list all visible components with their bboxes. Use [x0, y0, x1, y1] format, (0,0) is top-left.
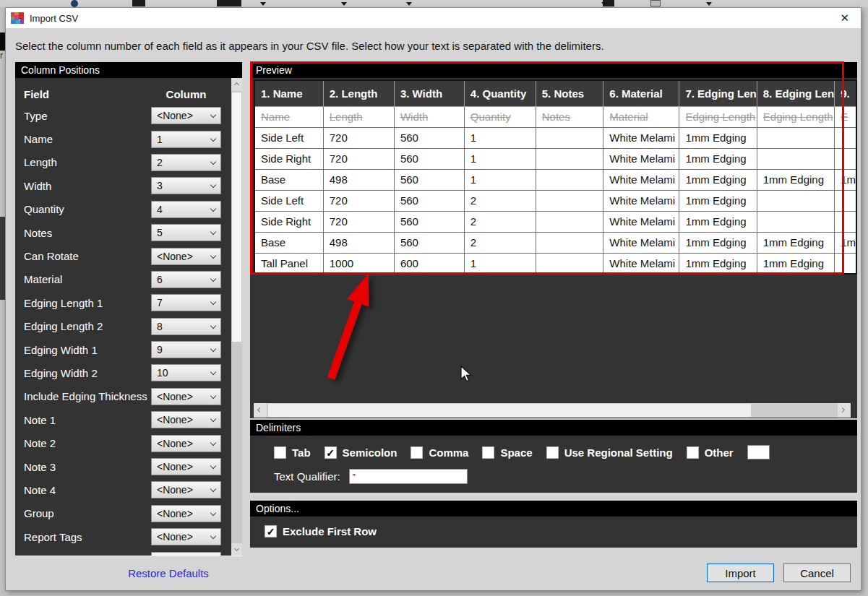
delimiter-option-space[interactable]: Space — [482, 446, 532, 459]
chevron-down-icon — [210, 112, 216, 118]
column-dropdown[interactable]: 2 — [151, 154, 221, 171]
dropdown-arrow-icon — [406, 2, 412, 6]
field-label: Edging Length 1 — [24, 297, 151, 309]
delimiter-option-semicolon[interactable]: ✓Semicolon — [325, 446, 398, 459]
preview-column-header: 6. Material — [603, 80, 679, 106]
column-dropdown[interactable]: <None> — [151, 388, 221, 405]
preview-cell: 720 — [323, 190, 394, 211]
column-dropdown[interactable]: <None> — [151, 107, 221, 124]
column-dropdown[interactable]: <None> — [151, 481, 221, 498]
field-row: Edging Width 210 — [15, 361, 242, 384]
dropdown-value: 2 — [157, 157, 163, 168]
delimiter-option-other[interactable]: Other — [687, 446, 734, 459]
field-label: Notes — [24, 227, 151, 239]
checkbox[interactable]: ✓ — [325, 446, 337, 459]
column-dropdown[interactable]: <None> — [151, 248, 221, 265]
field-row: Note 2<None> — [15, 431, 242, 454]
dropdown-value: 9 — [157, 344, 163, 355]
preview-header: Preview — [250, 62, 857, 78]
preview-cell: 1mm Edging — [679, 148, 757, 169]
column-dropdown[interactable]: <None> — [151, 505, 221, 522]
preview-cell — [835, 148, 856, 169]
horizontal-scrollbar[interactable] — [254, 403, 851, 418]
preview-cell: Side Right — [254, 148, 323, 169]
import-button[interactable]: Import — [707, 563, 774, 582]
exclude-first-row-checkbox[interactable]: ✓ — [265, 525, 277, 537]
preview-cell: 1 — [464, 127, 536, 148]
preview-cell: 560 — [394, 148, 464, 169]
preview-cell: White Melami — [603, 253, 679, 274]
scroll-down-button[interactable] — [231, 543, 242, 556]
column-dropdown[interactable]: <None> — [151, 528, 221, 545]
column-dropdown[interactable]: <None> — [151, 458, 221, 475]
chevron-down-icon — [210, 159, 216, 165]
column-dropdown[interactable]: 9 — [151, 341, 221, 358]
vertical-scrollbar[interactable] — [231, 78, 242, 556]
preview-cell: 1mm Edging — [679, 127, 757, 148]
close-button[interactable]: ✕ — [840, 12, 849, 25]
field-row: Edging Length 17 — [15, 291, 242, 314]
field-label: Edging Width 2 — [24, 367, 151, 379]
scrollbar-thumb[interactable] — [268, 404, 751, 417]
preview-column-header: 9. — [835, 80, 856, 106]
delimiter-option-use-regional-setting[interactable]: Use Regional Setting — [546, 446, 673, 459]
preview-row: Tall Panel10006001White Melami1mm Edging… — [254, 253, 856, 274]
delimiters-header: Delimiters — [250, 420, 857, 436]
exclude-first-row-option[interactable]: ✓ Exclude First Row — [265, 525, 377, 537]
dropdown-arrow-icon — [260, 2, 266, 6]
column-dropdown[interactable]: 5 — [151, 224, 221, 241]
checkbox[interactable] — [274, 446, 286, 459]
dialog-titlebar[interactable]: Import CSV ✕ — [6, 8, 861, 28]
preview-cell: White Melami — [603, 190, 679, 211]
preview-cell: 720 — [323, 127, 394, 148]
scroll-up-button[interactable] — [231, 78, 242, 91]
column-dropdown[interactable]: 3 — [151, 177, 221, 194]
text-qualifier-row: Text Qualifier: — [274, 469, 468, 484]
field-row: Quantity4 — [15, 198, 242, 221]
column-dropdown[interactable]: 6 — [151, 271, 221, 288]
scroll-left-button[interactable] — [254, 403, 267, 418]
chevron-down-icon — [210, 229, 216, 235]
column-dropdown[interactable]: 1 — [151, 131, 221, 148]
delimiter-option-comma[interactable]: Comma — [411, 446, 468, 459]
preview-column-header: 8. Edging Len — [757, 80, 834, 106]
preview-row: Base4985601White Melami1mm Edging1mm Edg… — [254, 169, 856, 190]
column-dropdown[interactable]: <None> — [151, 435, 221, 452]
preview-column-header: 5. Notes — [536, 80, 603, 106]
dropdown-arrow-icon — [601, 2, 607, 6]
scrollbar-thumb[interactable] — [232, 92, 241, 342]
preview-cell: 560 — [394, 211, 464, 232]
field-row: Edging Width 19 — [15, 338, 242, 361]
column-dropdown[interactable]: 7 — [151, 294, 221, 311]
field-label: Group — [24, 507, 151, 519]
cancel-button[interactable]: Cancel — [783, 563, 851, 582]
text-qualifier-input[interactable] — [349, 469, 468, 484]
preview-row: Side Right7205602White Melami1mm Edging — [254, 211, 856, 232]
checkbox[interactable] — [546, 446, 559, 459]
dialog-title: Import CSV — [30, 13, 78, 24]
field-rows: Type<None>Name1Length2Width3Quantity4Not… — [15, 104, 242, 556]
column-heading: Column — [151, 88, 221, 100]
field-row: Length2 — [15, 151, 242, 174]
column-dropdown[interactable] — [151, 552, 221, 556]
dropdown-value: <None> — [157, 414, 193, 426]
column-dropdown[interactable]: <None> — [151, 411, 221, 428]
column-dropdown[interactable]: 10 — [151, 364, 221, 381]
other-delimiter-input[interactable] — [747, 445, 770, 459]
checkbox-label: Exclude First Row — [283, 525, 377, 537]
preview-row: Side Left7205602White Melami1mm Edging — [254, 190, 856, 211]
checkbox[interactable] — [482, 446, 494, 459]
chevron-down-icon — [210, 299, 216, 305]
restore-defaults-link[interactable]: Restore Defaults — [114, 567, 223, 579]
scroll-right-button[interactable] — [838, 403, 851, 418]
dropdown-value: <None> — [157, 508, 193, 519]
column-dropdown[interactable]: 4 — [151, 201, 221, 218]
checkbox-label: Other — [705, 446, 734, 459]
delimiter-option-tab[interactable]: Tab — [274, 446, 311, 459]
dropdown-value: <None> — [157, 484, 193, 496]
preview-cell: Quantity — [464, 106, 536, 127]
column-dropdown[interactable]: 8 — [151, 318, 221, 335]
checkbox[interactable] — [687, 446, 699, 459]
checkbox[interactable] — [411, 446, 423, 459]
preview-cell: Width — [394, 106, 464, 127]
